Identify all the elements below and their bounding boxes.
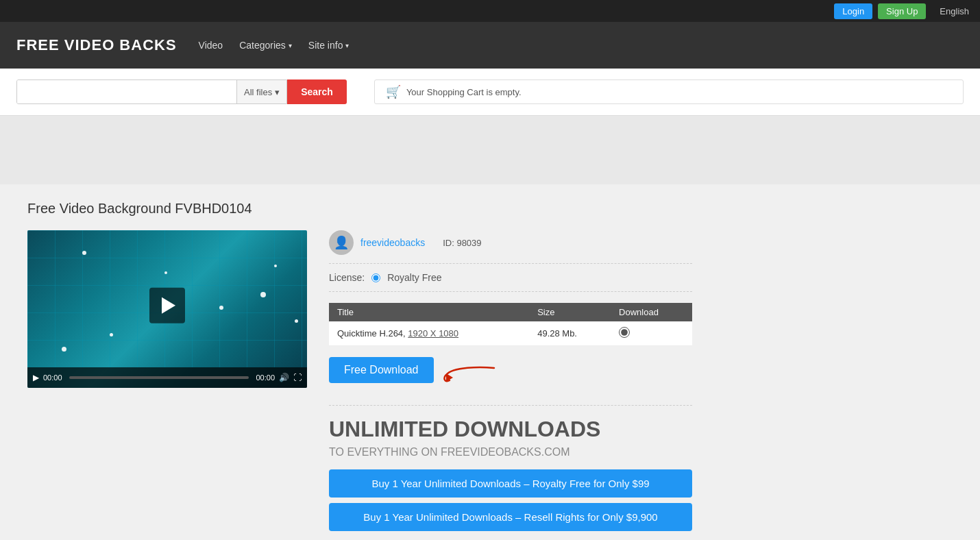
file-title-cell: Quicktime H.264, 1920 X 1080 — [329, 321, 529, 346]
sparkle-2 — [164, 271, 167, 274]
language-selector[interactable]: English — [940, 6, 969, 16]
author-row: 👤 freevideobacks ID: 98039 — [329, 230, 692, 264]
site-logo[interactable]: FREE VIDEO BACKS — [16, 36, 177, 54]
sparkle-6 — [274, 265, 277, 267]
license-value: Royalty Free — [387, 272, 441, 283]
search-input-wrapper: All files ▾ — [16, 79, 287, 104]
author-name-link[interactable]: freevideobacks — [360, 237, 425, 248]
signup-button[interactable]: Sign Up — [878, 3, 926, 19]
search-filter-dropdown[interactable]: All files ▾ — [236, 79, 286, 104]
search-bar-section: All files ▾ Search 🛒 Your Shopping Cart … — [0, 69, 980, 116]
arrow-annotation — [439, 361, 501, 391]
fullscreen-button[interactable]: ⛶ — [293, 373, 302, 382]
nav-video[interactable]: Video — [199, 40, 223, 51]
author-avatar: 👤 — [329, 230, 354, 255]
video-player: ▶ 00:00 00:00 🔊 ⛶ — [27, 230, 307, 388]
unlimited-title: UNLIMITED DOWNLOADS — [329, 417, 692, 442]
table-row: Quicktime H.264, 1920 X 1080 49.28 Mb. — [329, 321, 692, 346]
sparkle-5 — [219, 306, 223, 310]
col-header-size: Size — [529, 303, 611, 321]
main-content: Free Video Background FVBHD0104 ▶ — [0, 184, 980, 540]
file-download-cell — [611, 321, 692, 346]
free-download-row: Free Download — [329, 357, 692, 394]
sparkle-1 — [82, 251, 86, 255]
content-layout: ▶ 00:00 00:00 🔊 ⛶ 👤 freevideobacks — [27, 230, 953, 531]
license-radio[interactable] — [371, 273, 380, 282]
free-download-button[interactable]: Free Download — [329, 357, 434, 383]
play-icon — [162, 297, 175, 314]
file-resolution-link[interactable]: 1920 X 1080 — [408, 328, 458, 339]
chevron-down-icon: ▾ — [289, 42, 292, 49]
cart-box: 🛒 Your Shopping Cart is empty. — [374, 79, 964, 104]
video-player-wrapper: ▶ 00:00 00:00 🔊 ⛶ — [27, 230, 307, 388]
info-panel: 👤 freevideobacks ID: 98039 License: Roya… — [329, 230, 692, 531]
current-time: 00:00 — [43, 373, 62, 382]
download-radio[interactable] — [619, 327, 630, 338]
nav-site-info[interactable]: Site info ▾ — [308, 40, 350, 51]
nav-categories[interactable]: Categories ▾ — [239, 40, 292, 51]
chevron-down-icon: ▾ — [345, 42, 349, 49]
sparkle-8 — [295, 319, 298, 323]
cart-icon: 🛒 — [386, 84, 401, 99]
login-button[interactable]: Login — [834, 3, 872, 19]
chevron-down-icon: ▾ — [275, 87, 280, 97]
sparkle-3 — [260, 292, 266, 297]
ad-banner — [0, 116, 980, 184]
license-label: License: — [329, 272, 365, 283]
top-bar: Login Sign Up English — [0, 0, 980, 22]
col-header-download: Download — [611, 303, 692, 321]
unlimited-subtitle: TO EVERYTHING ON FREEVIDEOBACKS.COM — [329, 446, 692, 458]
file-size-cell: 49.28 Mb. — [529, 321, 611, 346]
file-table: Title Size Download Quicktime H.264, 192… — [329, 303, 692, 346]
promo-btn-2[interactable]: Buy 1 Year Unlimited Downloads – Resell … — [329, 503, 692, 531]
cart-section: 🛒 Your Shopping Cart is empty. — [374, 79, 964, 104]
sparkle-7 — [62, 347, 66, 352]
separator-1 — [329, 405, 692, 406]
file-title-text: Quicktime H.264, — [337, 328, 406, 339]
promo-btn-1[interactable]: Buy 1 Year Unlimited Downloads – Royalty… — [329, 469, 692, 498]
main-nav: Video Categories ▾ Site info ▾ — [199, 40, 350, 51]
search-button[interactable]: Search — [287, 79, 347, 104]
play-control-button[interactable]: ▶ — [33, 373, 39, 382]
header: FREE VIDEO BACKS Video Categories ▾ Site… — [0, 22, 980, 69]
license-row: License: Royalty Free — [329, 272, 692, 292]
cart-status-text: Your Shopping Cart is empty. — [406, 87, 522, 97]
video-play-button[interactable] — [149, 288, 185, 323]
video-controls: ▶ 00:00 00:00 🔊 ⛶ — [27, 367, 307, 388]
volume-icon[interactable]: 🔊 — [279, 373, 289, 382]
search-input[interactable] — [17, 79, 236, 104]
progress-bar[interactable] — [69, 376, 249, 379]
author-id: ID: 98039 — [443, 238, 481, 248]
user-icon: 👤 — [334, 235, 349, 250]
col-header-title: Title — [329, 303, 529, 321]
unlimited-promo: UNLIMITED DOWNLOADS TO EVERYTHING ON FRE… — [329, 417, 692, 531]
sparkle-4 — [110, 333, 113, 336]
total-time: 00:00 — [256, 373, 275, 382]
arrow-icon — [439, 361, 501, 389]
page-title: Free Video Background FVBHD0104 — [27, 201, 953, 217]
